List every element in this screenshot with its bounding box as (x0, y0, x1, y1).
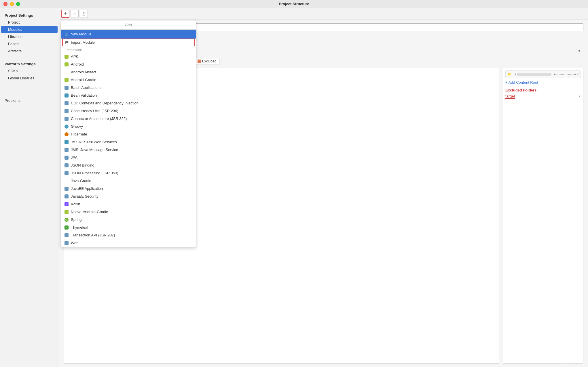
dropdown-spring[interactable]: ✿ Spring (61, 216, 196, 223)
dropdown-android-artifact[interactable]: Android Artifact (61, 68, 196, 76)
hibernate-icon: H (65, 132, 69, 136)
dropdown-javaee-security[interactable]: JavaEE Security (61, 192, 196, 200)
sidebar-item-facets[interactable]: Facets (0, 40, 59, 47)
excluded-folders-section: Excluded Folders target × (505, 88, 581, 99)
close-button[interactable] (3, 2, 7, 6)
dropdown-batch[interactable]: Batch Applications (61, 84, 196, 91)
groovy-icon: G (65, 125, 69, 129)
jax-icon (65, 140, 69, 144)
main-container: Project Settings Project Modules Librari… (0, 8, 588, 367)
cdi-icon (65, 101, 69, 105)
jax-label: JAX RESTful Web Services (71, 140, 117, 144)
content-area: + − ⎘ Add ⊞ New Module ⬒ Import Module F… (59, 8, 588, 367)
bean-label: Bean Validation (71, 93, 97, 98)
title-bar: Project Structure (0, 0, 588, 8)
json-binding-icon (65, 163, 69, 167)
minimize-button[interactable] (10, 2, 14, 6)
connector-icon (65, 117, 69, 121)
dropdown-android[interactable]: Android (61, 60, 196, 68)
sidebar-item-libraries[interactable]: Libraries (0, 33, 59, 40)
excluded-target-row: target × (505, 94, 581, 99)
excluded-panel: 📁 ../ ../·····················in × + Add… (503, 68, 583, 364)
batch-label: Batch Applications (71, 85, 101, 90)
jpa-label: JPA (71, 155, 77, 160)
native-android-label: Native-Android-Gradle (71, 210, 108, 214)
excluded-target-close-icon[interactable]: × (578, 94, 581, 99)
dropdown-java-gradle[interactable]: Java-Gradle (61, 177, 196, 185)
dropdown-new-module[interactable]: ⊞ New Module (61, 30, 196, 39)
dropdown-thymeleaf[interactable]: ✓ Thymeleaf (61, 223, 196, 231)
dropdown-header: Add (61, 20, 196, 30)
dropdown-jpa[interactable]: JPA (61, 154, 196, 161)
kotlin-icon: K (65, 202, 69, 206)
sidebar: Project Settings Project Modules Librari… (0, 8, 59, 367)
hibernate-label: Hibernate (71, 132, 87, 136)
sidebar-item-sdks[interactable]: SDKs (0, 67, 59, 74)
watermark: CSDN @市井橘芒 (559, 360, 585, 365)
excluded-target-label: target (505, 94, 515, 99)
dropdown-javaee-app[interactable]: JavaEE Application (61, 185, 196, 192)
sidebar-item-modules[interactable]: Modules (1, 26, 58, 33)
add-button[interactable]: + (61, 10, 69, 18)
jms-icon (65, 148, 69, 152)
sidebar-divider (0, 57, 59, 57)
dropdown-jax[interactable]: JAX RESTful Web Services (61, 138, 196, 146)
android-artifact-label: Android Artifact (71, 70, 96, 74)
sidebar-item-problems[interactable]: Problems (0, 96, 59, 104)
json-binding-label: JSON Binding (71, 163, 94, 167)
dropdown-web[interactable]: Web (61, 239, 196, 247)
remove-button[interactable]: − (71, 10, 79, 18)
dropdown-apk[interactable]: APK (61, 53, 196, 60)
dropdown-connector[interactable]: Connector Architecture (JSR 322) (61, 115, 196, 123)
dropdown-kotlin[interactable]: K Kotlin (61, 200, 196, 208)
java-gradle-label: Java-Gradle (71, 179, 91, 183)
json-processing-icon (65, 171, 69, 175)
sidebar-item-artifacts[interactable]: Artifacts (0, 47, 59, 55)
dropdown-android-gradle[interactable]: Android-Gradle (61, 76, 196, 84)
concurrency-label: Concurrency Utils (JSR 236) (71, 109, 118, 113)
concurrency-icon (65, 109, 69, 113)
dropdown-concurrency[interactable]: Concurrency Utils (JSR 236) (61, 107, 196, 115)
excluded-color-dot (198, 60, 201, 63)
javaee-app-label: JavaEE Application (71, 186, 103, 191)
platform-settings-heading: Platform Settings (0, 60, 59, 67)
android-label: Android (71, 62, 84, 66)
dropdown-groovy[interactable]: G Groovy (61, 123, 196, 130)
window-title: Project Structure (279, 2, 309, 6)
maximize-button[interactable] (16, 2, 20, 6)
jms-label: JMS: Java Message Service (71, 148, 118, 152)
dropdown-json-binding[interactable]: JSON Binding (61, 161, 196, 169)
groovy-label: Groovy (71, 124, 83, 129)
dropdown-bean[interactable]: Bean Validation (61, 91, 196, 99)
folder-path-icon: 📁 (507, 72, 512, 76)
apk-label: APK (71, 54, 78, 59)
cdi-label: CDI: Contexts and Dependency Injection (71, 101, 139, 105)
dropdown-transaction[interactable]: Transaction API (JSR 907) (61, 231, 196, 239)
batch-icon (65, 86, 69, 90)
path-end-label: ../·····················in (552, 72, 576, 76)
dropdown-cdi[interactable]: CDI: Contexts and Dependency Injection (61, 99, 196, 107)
new-module-label: New Module (71, 32, 91, 36)
apk-icon (65, 55, 69, 59)
connector-label: Connector Architecture (JSR 322) (71, 116, 127, 121)
thymeleaf-icon: ✓ (65, 225, 69, 230)
dropdown-native-android[interactable]: Native-Android-Gradle (61, 208, 196, 216)
copy-button[interactable]: ⎘ (80, 10, 88, 18)
mark-excluded-button[interactable]: Excluded (194, 58, 219, 64)
android-gradle-icon (65, 78, 69, 82)
spring-label: Spring (71, 217, 82, 222)
sidebar-item-global-libraries[interactable]: Global Libraries (0, 74, 59, 82)
thymeleaf-label: Thymeleaf (71, 225, 88, 230)
bean-icon (65, 93, 69, 98)
dropdown-jms[interactable]: JMS: Java Message Service (61, 146, 196, 154)
add-dropdown: Add ⊞ New Module ⬒ Import Module Framewo… (61, 20, 196, 247)
dropdown-hibernate[interactable]: H Hibernate (61, 130, 196, 138)
path-blurred: ../ (513, 72, 516, 76)
dropdown-import-module[interactable]: ⬒ Import Module (62, 39, 195, 46)
dropdown-json-processing[interactable]: JSON Processing (JSR 353) (61, 169, 196, 177)
sidebar-item-project[interactable]: Project (0, 19, 59, 26)
javaee-app-icon (65, 187, 69, 191)
transaction-icon (65, 233, 69, 237)
add-content-root-button[interactable]: + Add Content Root (505, 80, 581, 85)
path-close-icon[interactable]: × (576, 72, 579, 77)
